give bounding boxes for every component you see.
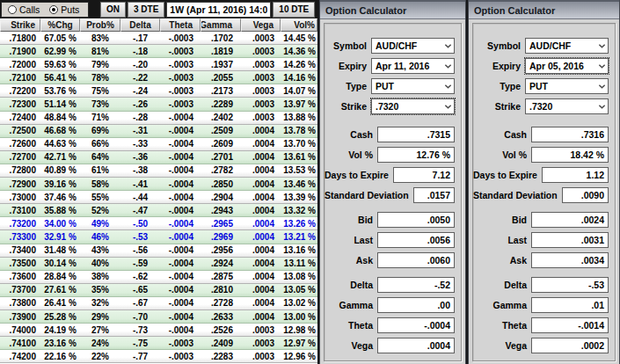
- table-row[interactable]: .7260044.63 %66%-.33-.0004.2609.000413.7…: [0, 138, 317, 151]
- gamma-field[interactable]: .01: [531, 297, 609, 313]
- column-header-theta[interactable]: Theta: [160, 18, 201, 32]
- cell-theta: -.0004: [160, 164, 201, 177]
- cell-vega: .0003: [241, 98, 281, 110]
- cell-gamma: .1702: [201, 32, 241, 44]
- dte-3-button[interactable]: 3 DTE: [128, 2, 164, 18]
- days-to-expire-field[interactable]: 7.12: [393, 167, 455, 183]
- cell-vol: 13.05 %: [281, 284, 317, 296]
- cash-field[interactable]: .7316: [531, 127, 609, 142]
- column-header-strike[interactable]: Strike: [0, 18, 40, 32]
- cell-gamma: .2965: [201, 217, 241, 229]
- table-row[interactable]: .7200059.63 %79%-.20-.0003.1937.000314.2…: [0, 58, 317, 71]
- table-row[interactable]: .7390025.28 %29%-.70-.0004.2633.000413.0…: [0, 310, 317, 324]
- table-row[interactable]: .7250046.68 %69%-.31-.0004.2509.000413.7…: [0, 125, 317, 138]
- calculator-form: SymbolAUD/CHFExpiryApr 05, 2016TypePUTSt…: [472, 23, 616, 361]
- strike-select[interactable]: .7320: [371, 98, 455, 114]
- column-header-vol[interactable]: Vol%: [281, 18, 317, 32]
- table-row[interactable]: .7360028.84 %38%-.62-.0004.2875.000413.0…: [0, 271, 317, 284]
- table-row[interactable]: .7350030.14 %40%-.59-.0004.2924.000413.1…: [0, 258, 317, 271]
- symbol-select[interactable]: AUD/CHF: [525, 38, 609, 54]
- delta-field[interactable]: -.53: [531, 277, 609, 293]
- expiry-select-field[interactable]: [166, 2, 271, 18]
- cash-label: Cash: [325, 129, 377, 140]
- table-row[interactable]: .7180067.05 %83%-.17-.0003.1702.000314.4…: [0, 32, 317, 45]
- cell-strike: .73000: [0, 191, 40, 203]
- type-select[interactable]: PUT: [525, 78, 609, 94]
- cell-prob: 71%: [80, 112, 120, 124]
- cell-theta: -.0004: [160, 204, 201, 216]
- days-to-expire-field[interactable]: 1.12: [542, 167, 609, 183]
- cell-vega: .0004: [241, 271, 281, 283]
- expiry-select[interactable]: Apr 05, 2016: [525, 58, 609, 74]
- cash-field[interactable]: .7315: [377, 127, 455, 142]
- on-button[interactable]: ON: [100, 2, 126, 18]
- expiry-select[interactable]: Apr 11, 2016: [371, 58, 455, 74]
- cell-prob: 46%: [80, 230, 120, 243]
- cell-delta: -.20: [120, 58, 160, 70]
- cell-chg: 23.16 %: [40, 337, 80, 349]
- cell-gamma: .2409: [201, 337, 241, 349]
- symbol-select[interactable]: AUD/CHF: [371, 38, 455, 54]
- column-header-gamma[interactable]: Gamma: [201, 18, 241, 32]
- table-row[interactable]: .7190062.99 %81%-.18-.0003.1819.000314.3…: [0, 45, 317, 58]
- last-field[interactable]: .0031: [531, 232, 609, 248]
- column-header-chg[interactable]: %Chg: [40, 18, 80, 32]
- type-select[interactable]: PUT: [371, 78, 455, 94]
- table-row[interactable]: .7300037.46 %55%-.44-.0004.2904.000413.3…: [0, 191, 317, 204]
- strike-select[interactable]: .7320: [525, 98, 609, 114]
- vega-field[interactable]: .0002: [531, 338, 609, 353]
- vega-field[interactable]: .0004: [377, 338, 455, 353]
- delta-field[interactable]: -.52: [377, 277, 455, 293]
- table-row[interactable]: .7410023.16 %24%-.75-.0003.2409.000312.9…: [0, 337, 317, 350]
- cell-vol: 12.97 %: [281, 337, 317, 349]
- ask-field[interactable]: .0034: [531, 252, 609, 268]
- cell-vol: 13.61 %: [281, 151, 317, 164]
- table-row[interactable]: .7220053.76 %75%-.24-.0003.2173.000314.0…: [0, 84, 317, 98]
- cell-chg: 39.16 %: [40, 178, 80, 190]
- table-row[interactable]: .7330032.91 %46%-.53-.0004.2969.000413.2…: [0, 230, 317, 244]
- cell-gamma: .2782: [201, 164, 241, 177]
- gamma-field[interactable]: .00: [377, 297, 455, 313]
- bid-field[interactable]: .0050: [377, 212, 455, 228]
- table-row[interactable]: .7290039.16 %58%-.41-.0004.2850.000413.4…: [0, 178, 317, 191]
- dte-10-button[interactable]: 10 DTE: [273, 2, 315, 18]
- table-row[interactable]: .7370027.61 %35%-.65-.0004.2810.000413.0…: [0, 284, 317, 297]
- table-row[interactable]: .7400024.19 %27%-.73-.0004.2526.000312.9…: [0, 324, 317, 337]
- theta-field[interactable]: -.0014: [531, 317, 609, 333]
- ask-field[interactable]: .0060: [377, 252, 455, 268]
- table-row[interactable]: .7240048.84 %71%-.28-.0004.2402.000313.8…: [0, 112, 317, 125]
- bid-field[interactable]: .0024: [531, 212, 609, 228]
- theta-field[interactable]: -.0004: [377, 317, 455, 333]
- type-label: Type: [473, 81, 525, 91]
- table-row[interactable]: .7280040.89 %61%-.38-.0004.2782.000413.5…: [0, 164, 317, 178]
- cell-delta: -.53: [120, 230, 160, 243]
- table-row[interactable]: .7340031.48 %43%-.56-.0004.2956.000413.1…: [0, 244, 317, 258]
- column-header-vega[interactable]: Vega: [241, 18, 281, 32]
- table-row[interactable]: .7230051.14 %73%-.26-.0003.2289.000313.9…: [0, 98, 317, 111]
- cell-vega: .0004: [241, 125, 281, 137]
- cell-vol: 12.96 %: [281, 350, 317, 362]
- table-row[interactable]: .7420022.16 %22%-.77-.0003.2283.000312.9…: [0, 350, 317, 363]
- cell-delta: -.28: [120, 112, 160, 124]
- vol--field[interactable]: 18.42 %: [531, 147, 609, 163]
- table-row[interactable]: .7380026.41 %32%-.67-.0004.2728.000413.0…: [0, 297, 317, 310]
- option-calculator-panel-2: Option Calculator SymbolAUD/CHFExpiryApr…: [468, 0, 620, 364]
- table-row[interactable]: .7310035.88 %52%-.47-.0004.2943.000413.3…: [0, 204, 317, 217]
- cell-vega: .0004: [241, 284, 281, 296]
- table-row[interactable]: .7210056.41 %78%-.22-.0003.2055.000314.1…: [0, 71, 317, 84]
- last-field[interactable]: .0056: [377, 232, 455, 248]
- panel-title: Option Calculator: [469, 0, 619, 19]
- column-header-delta[interactable]: Delta: [120, 18, 160, 32]
- cell-chg: 51.14 %: [40, 98, 80, 110]
- cell-chg: 27.61 %: [40, 284, 80, 296]
- vol--field[interactable]: 12.76 %: [377, 147, 455, 163]
- cell-theta: -.0004: [160, 191, 201, 203]
- cell-chg: 34.00 %: [40, 217, 80, 229]
- standard-deviation-field[interactable]: .0157: [413, 187, 455, 203]
- standard-deviation-field[interactable]: .0090: [562, 187, 609, 203]
- calls-radio[interactable]: Calls: [8, 4, 40, 15]
- table-row[interactable]: .7270042.71 %64%-.36-.0004.2701.000413.6…: [0, 151, 317, 164]
- column-header-prob[interactable]: Prob%: [80, 18, 120, 32]
- table-row[interactable]: .7320034.00 %49%-.50-.0004.2965.000413.2…: [0, 217, 317, 230]
- puts-radio[interactable]: Puts: [49, 4, 79, 15]
